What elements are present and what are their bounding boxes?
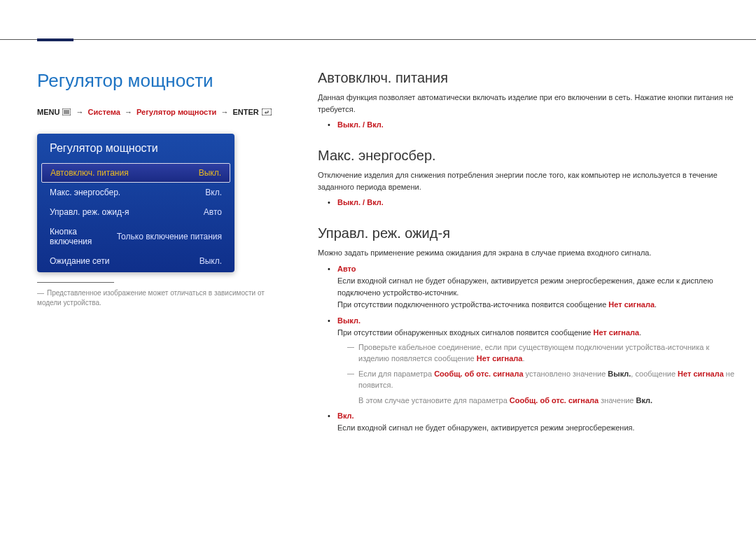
- menu-item-network-standby[interactable]: Ожидание сети Выкл.: [37, 251, 234, 271]
- menu-item-value: Авто: [204, 207, 222, 217]
- menu-item-power-button[interactable]: Кнопка включения Только включение питани…: [37, 222, 234, 251]
- option-auto: Авто Если входной сигнал не будет обнару…: [318, 263, 737, 311]
- section-body: Отключение изделия для снижения потребле…: [318, 169, 737, 192]
- breadcrumb-system: Система: [88, 108, 120, 116]
- dash-icon: ―: [37, 289, 44, 297]
- highlight-msg: Сообщ. об отс. сигнала: [434, 370, 523, 378]
- highlight-no-signal: Нет сигнала: [608, 300, 654, 309]
- menu-item-value: Вкл.: [205, 188, 222, 197]
- option-label: Вкл.: [337, 410, 737, 422]
- option-desc: При отсутствии подключенного устройства-…: [337, 299, 737, 311]
- menu-widget-title: Регулятор мощности: [37, 142, 234, 163]
- left-column: Регулятор мощности MENU → Система → Регу…: [37, 70, 286, 438]
- option-label: Выкл. / Вкл.: [337, 119, 737, 131]
- section-heading-max-energy: Макс. энергосбер.: [318, 148, 737, 164]
- top-rule: [0, 39, 756, 40]
- svg-rect-4: [262, 108, 272, 115]
- arrow-icon: →: [76, 108, 84, 116]
- menu-item-label: Ожидание сети: [50, 256, 110, 266]
- enter-icon: [262, 108, 272, 118]
- menu-item-label: Макс. энергосбер.: [50, 188, 120, 197]
- sub-note: Если для параметра Сообщ. об отс. сигнал…: [337, 368, 737, 391]
- option-list: Выкл. / Вкл.: [318, 119, 737, 131]
- option-desc: При отсутствии обнаруженных входных сигн…: [337, 327, 737, 339]
- option-off: Выкл. При отсутствии обнаруженных входны…: [318, 315, 737, 407]
- menu-item-standby[interactable]: Управл. реж. ожид-я Авто: [37, 202, 234, 222]
- arrow-icon: →: [125, 108, 132, 116]
- highlight-no-signal: Нет сигнала: [477, 354, 523, 363]
- menu-item-max-energy[interactable]: Макс. энергосбер. Вкл.: [37, 183, 234, 202]
- menu-icon: [62, 108, 71, 118]
- right-column: Автовключ. питания Данная функция позвол…: [318, 70, 737, 438]
- option-list: Авто Если входной сигнал не будет обнару…: [318, 263, 737, 435]
- highlight-no-signal: Нет сигнала: [678, 370, 724, 378]
- menu-item-auto-power[interactable]: Автовключ. питания Выкл.: [41, 163, 230, 183]
- breadcrumb-enter: ENTER: [232, 108, 258, 116]
- section-heading-auto-power: Автовключ. питания: [318, 70, 737, 86]
- content: Регулятор мощности MENU → Система → Регу…: [37, 70, 737, 438]
- page-title: Регулятор мощности: [37, 70, 286, 92]
- option-desc: Если входной сигнал не будет обнаружен, …: [337, 275, 737, 299]
- highlight-msg: Сообщ. об отс. сигнала: [510, 396, 598, 405]
- option-on: Вкл. Если входной сигнал не будет обнару…: [318, 410, 737, 434]
- option-item: Выкл. / Вкл.: [318, 197, 737, 209]
- menu-item-label: Кнопка включения: [50, 227, 113, 246]
- option-label: Выкл. / Вкл.: [337, 197, 737, 209]
- section-heading-standby: Управл. реж. ожид-я: [318, 225, 737, 241]
- highlight-off: Выкл.: [608, 370, 631, 378]
- disclaimer: ―Представленное изображение может отлича…: [37, 288, 286, 308]
- sub-note-continuation: В этом случае установите для параметра С…: [358, 395, 737, 407]
- option-label: Выкл.: [337, 315, 737, 327]
- menu-item-label: Автовключ. питания: [50, 168, 129, 178]
- menu-item-value: Выкл.: [199, 168, 221, 178]
- section-body: Можно задать применение режима ожидания …: [318, 247, 737, 259]
- sub-note: Проверьте кабельное соединение, если при…: [337, 342, 737, 365]
- option-list: Выкл. / Вкл.: [318, 197, 737, 209]
- menu-widget: Регулятор мощности Автовключ. питания Вы…: [37, 134, 234, 272]
- menu-item-value: Только включение питания: [117, 232, 222, 241]
- top-rule-accent: [37, 38, 74, 41]
- divider: [37, 282, 114, 283]
- option-label: Авто: [337, 263, 737, 275]
- highlight-on: Вкл.: [636, 396, 653, 405]
- breadcrumb-power: Регулятор мощности: [136, 108, 216, 116]
- arrow-icon: →: [220, 108, 228, 116]
- option-item: Выкл. / Вкл.: [318, 119, 737, 131]
- highlight-no-signal: Нет сигнала: [593, 328, 639, 337]
- sub-note-list: Проверьте кабельное соединение, если при…: [337, 342, 737, 391]
- section-body: Данная функция позволяет автоматически в…: [318, 92, 737, 115]
- menu-item-value: Выкл.: [200, 256, 222, 266]
- disclaimer-text: Представленное изображение может отличат…: [37, 289, 265, 307]
- breadcrumb-menu: MENU: [37, 108, 59, 116]
- menu-item-label: Управл. реж. ожид-я: [50, 207, 129, 217]
- breadcrumb: MENU → Система → Регулятор мощности → EN…: [37, 107, 286, 118]
- option-desc: Если входной сигнал не будет обнаружен, …: [337, 422, 737, 434]
